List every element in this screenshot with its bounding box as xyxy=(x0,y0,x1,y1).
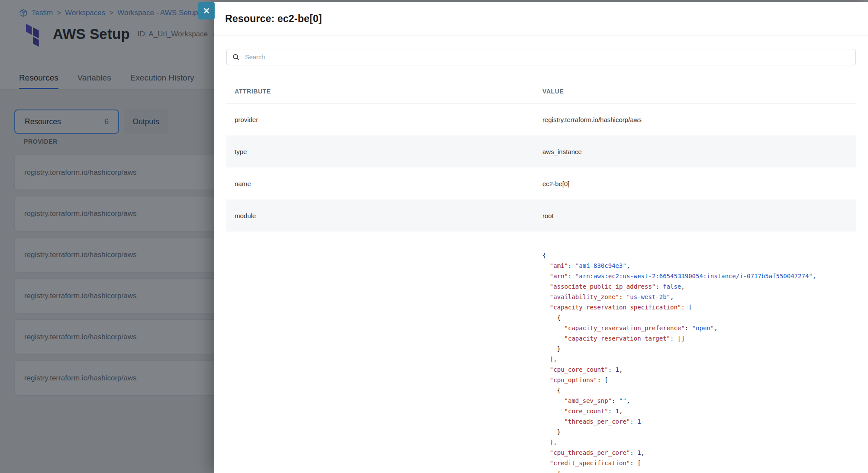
table-row-type: typeaws_instance xyxy=(226,135,856,167)
resource-drawer: ✕ Resource: ec2-be[0] ATTRIBUTE VALUE pr… xyxy=(214,2,868,473)
value-cell: root xyxy=(542,212,856,219)
attributes-json-cell: { "ami": "ami-830c94e3", "arn": "arn:aws… xyxy=(542,232,816,473)
column-header-attribute: ATTRIBUTE xyxy=(226,88,542,103)
attribute-cell: type xyxy=(226,148,542,155)
drawer-header: Resource: ec2-be[0] xyxy=(214,2,868,36)
attribute-cell: provider xyxy=(226,116,542,123)
attributes-json-code: { "ami": "ami-830c94e3", "arn": "arn:aws… xyxy=(542,250,816,473)
table-body: providerregistry.terraform.io/hashicorp/… xyxy=(226,103,856,232)
search-input[interactable] xyxy=(244,53,850,61)
attribute-cell: name xyxy=(226,180,542,187)
value-cell: registry.terraform.io/hashicorp/aws xyxy=(542,116,856,123)
drawer-body: ATTRIBUTE VALUE providerregistry.terrafo… xyxy=(214,36,868,473)
table-row-name: nameec2-be[0] xyxy=(226,167,856,199)
attributes-json-row: { "ami": "ami-830c94e3", "arn": "arn:aws… xyxy=(226,232,856,473)
value-cell: aws_instance xyxy=(542,148,856,155)
table-header-row: ATTRIBUTE VALUE xyxy=(226,83,856,103)
search-icon xyxy=(232,53,240,61)
close-icon[interactable]: ✕ xyxy=(198,2,215,19)
search-bar xyxy=(226,49,856,65)
value-cell: ec2-be[0] xyxy=(542,180,856,187)
attributes-table: ATTRIBUTE VALUE providerregistry.terrafo… xyxy=(226,83,856,473)
drawer-title: Resource: ec2-be[0] xyxy=(225,13,322,25)
attribute-cell: module xyxy=(226,212,542,219)
column-header-value: VALUE xyxy=(542,88,856,103)
table-row-provider: providerregistry.terraform.io/hashicorp/… xyxy=(226,103,856,135)
table-row-module: moduleroot xyxy=(226,199,856,232)
